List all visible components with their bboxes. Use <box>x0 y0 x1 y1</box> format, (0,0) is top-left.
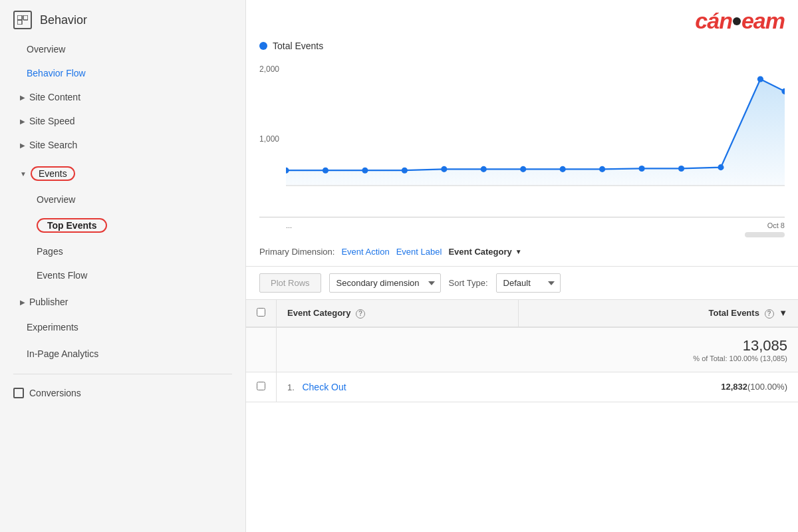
arrow-icon: ▶ <box>20 94 25 101</box>
table-row: 1. Check Out 12,832(100.00%) <box>246 372 798 402</box>
top-events-circle-label: Top Events <box>37 218 107 233</box>
row-checkbox[interactable] <box>257 382 265 390</box>
arrow-icon: ▶ <box>20 118 25 125</box>
row-category-link[interactable]: Check Out <box>302 382 346 392</box>
arrow-down-icon: ▼ <box>20 170 27 178</box>
sidebar-item-events-flow[interactable]: Events Flow <box>0 263 245 287</box>
plot-rows-button[interactable]: Plot Rows <box>259 273 321 293</box>
sidebar-item-pages[interactable]: Pages <box>0 239 245 263</box>
total-events-value: 13,085 <box>529 337 787 354</box>
svg-point-10 <box>520 166 526 172</box>
svg-point-7 <box>402 168 408 174</box>
svg-rect-2 <box>17 20 22 25</box>
table-header-row: Event Category ? Total Events ? ▼ <box>246 300 798 327</box>
row-category-cell: 1. Check Out <box>277 372 519 402</box>
total-events-cell: 13,085 % of Total: 100.00% (13,085) <box>518 327 798 372</box>
svg-rect-1 <box>23 15 28 20</box>
svg-point-12 <box>599 166 605 172</box>
dimension-bar: Primary Dimension: Event Action Event La… <box>246 237 798 267</box>
main-content: cáneam Total Events 2,000 1,000 <box>246 0 798 532</box>
row-events-cell: 12,832(100.00%) <box>518 372 798 402</box>
sidebar-item-events[interactable]: ▼ Events <box>0 160 245 188</box>
sort-type-label: Sort Type: <box>449 278 488 288</box>
svg-point-6 <box>362 168 368 174</box>
chart-area: Total Events 2,000 1,000 <box>246 34 798 237</box>
row-number: 1. <box>287 382 295 392</box>
header-bar: cáneam <box>246 0 798 34</box>
sidebar-item-top-events[interactable]: Top Events <box>0 211 245 239</box>
sidebar-item-behavior-flow[interactable]: Behavior Flow <box>0 61 245 85</box>
sidebar: Behavior Overview Behavior Flow ▶ Site C… <box>0 0 246 532</box>
chart-svg <box>286 58 785 192</box>
legend-dot <box>259 42 267 50</box>
secondary-dim-wrapper: Secondary dimension <box>329 273 441 293</box>
row-checkbox-cell <box>246 372 277 402</box>
sidebar-item-overview[interactable]: Overview <box>0 37 245 61</box>
svg-point-5 <box>323 168 329 174</box>
sort-select-wrapper: Default Weighted <box>496 273 561 293</box>
total-events-pct: % of Total: 100.00% (13,085) <box>529 354 787 362</box>
sidebar-item-site-content[interactable]: ▶ Site Content <box>0 85 245 109</box>
primary-dimension-label: Primary Dimension: <box>259 247 334 257</box>
svg-point-9 <box>481 166 487 172</box>
total-label-cell <box>277 327 519 372</box>
arrow-icon: ▶ <box>20 299 25 306</box>
sidebar-item-events-overview[interactable]: Overview <box>0 188 245 211</box>
arrow-icon: ▶ <box>20 142 25 149</box>
svg-point-16 <box>757 76 763 82</box>
sidebar-item-conversions[interactable]: Conversions <box>0 381 245 405</box>
dimension-event-label[interactable]: Event Label <box>396 247 442 257</box>
chart-title: Total Events <box>273 41 323 51</box>
toolbar: Plot Rows Secondary dimension Sort Type:… <box>246 267 798 300</box>
event-category-help-icon[interactable]: ? <box>356 309 365 319</box>
table-header-event-category: Event Category ? <box>277 300 519 327</box>
svg-rect-0 <box>17 15 22 20</box>
total-events-help-icon[interactable]: ? <box>765 309 774 319</box>
svg-point-11 <box>560 166 566 172</box>
sidebar-item-inpage-analytics[interactable]: In-Page Analytics <box>0 340 245 367</box>
scroll-indicator[interactable] <box>745 232 785 237</box>
dimension-event-category-active: Event Category ▼ <box>448 247 521 257</box>
secondary-dimension-select[interactable]: Secondary dimension <box>329 273 441 293</box>
svg-point-14 <box>678 166 684 172</box>
behavior-icon <box>13 11 32 29</box>
svg-point-8 <box>441 166 447 172</box>
sidebar-item-site-speed[interactable]: ▶ Site Speed <box>0 109 245 133</box>
sort-arrow-icon: ▼ <box>779 308 787 318</box>
events-circle-label: Events <box>31 166 75 181</box>
svg-point-13 <box>638 166 644 172</box>
y-label-1000: 1,000 <box>259 134 279 144</box>
sidebar-item-publisher[interactable]: ▶ Publisher <box>0 290 245 314</box>
sort-type-select[interactable]: Default Weighted <box>496 273 561 293</box>
chevron-down-icon: ▼ <box>515 248 522 255</box>
dimension-event-action[interactable]: Event Action <box>341 247 389 257</box>
total-checkbox-cell <box>246 327 277 372</box>
svg-point-15 <box>718 164 724 170</box>
sidebar-item-site-search[interactable]: ▶ Site Search <box>0 133 245 157</box>
logo: cáneam <box>695 8 785 34</box>
row-events-value: 12,832 <box>721 382 747 392</box>
chart-wrapper: 2,000 1,000 <box>259 58 785 217</box>
sidebar-behavior-label: Behavior <box>40 13 87 27</box>
row-events-pct: (100.00%) <box>747 382 787 392</box>
sidebar-behavior-header: Behavior <box>0 0 245 37</box>
data-table: Event Category ? Total Events ? ▼ 13,085… <box>246 300 798 402</box>
sidebar-item-experiments[interactable]: Experiments <box>0 314 245 340</box>
table-header-total-events: Total Events ? ▼ <box>518 300 798 327</box>
select-all-checkbox[interactable] <box>257 308 265 317</box>
chart-legend: Total Events <box>259 41 785 51</box>
y-label-2000: 2,000 <box>259 65 279 74</box>
conversions-icon <box>13 388 24 398</box>
table-header-checkbox <box>246 300 277 327</box>
x-axis-labels: ... Oct 8 <box>259 220 785 229</box>
table-total-row: 13,085 % of Total: 100.00% (13,085) <box>246 327 798 372</box>
